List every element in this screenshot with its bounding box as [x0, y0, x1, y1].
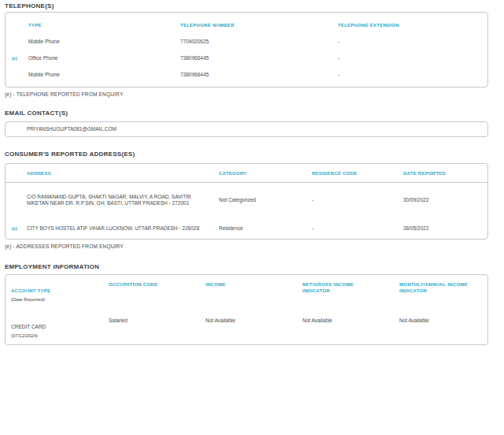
column-header-date-reported: DATE REPORTED: [403, 170, 487, 177]
table-row: C/O RAMANAND GUPTA, SHAKTI NAGAR, MALVIY…: [6, 183, 487, 217]
table-row: (e) CITY BOYS HOSTEL ATIF VIHAR LUCKNOW,…: [6, 217, 487, 239]
phone-type-cell: Mobile Phone: [28, 72, 180, 78]
telephones-section: TELEPHONE(S) TYPE TELEPHONE NUMBER TELEP…: [0, 0, 504, 97]
column-header-income: INCOME: [206, 281, 302, 288]
telephones-footnote: (e) - TELEPHONE REPORTED FROM ENQUIRY: [5, 91, 504, 97]
account-type-cell: CREDIT CARD: [11, 324, 46, 329]
occupation-code-cell: Salaried: [109, 318, 206, 324]
employment-table: ACCOUNT TYPE (Date Reported) OCCUPATION …: [5, 274, 488, 345]
table-row: CREDIT CARD (07/12/2024) Salaried Not Av…: [11, 318, 487, 340]
address-cell: CITY BOYS HOSTEL ATIF VIHAR LUCKNOW, UTT…: [27, 225, 219, 232]
phone-type-cell: Mobile Phone: [28, 39, 180, 45]
column-header-account-type: ACCOUNT TYPE: [11, 288, 50, 293]
column-header-occupation-code: OCCUPATION CODE: [109, 281, 206, 288]
column-header-address: ADDRESS: [27, 170, 219, 177]
column-header-type: TYPE: [28, 22, 180, 28]
income-cell: Not Available: [206, 318, 302, 324]
column-header-telephone-number: TELEPHONE NUMBER: [180, 22, 338, 28]
reported-addresses-section: CONSUMER'S REPORTED ADDRESS(ES) ADDRESS …: [0, 151, 504, 249]
addresses-section-title: CONSUMER'S REPORTED ADDRESS(ES): [5, 151, 504, 158]
email-section-title: EMAIL CONTACT(S): [5, 110, 504, 117]
phone-type-cell: Office Phone: [28, 55, 180, 61]
phone-number-cell: 7380966445: [180, 55, 338, 61]
phone-extension-cell: -: [338, 72, 487, 78]
telephones-table: TYPE TELEPHONE NUMBER TELEPHONE EXTENSIO…: [5, 12, 488, 87]
address-cell: C/O RAMANAND GUPTA, SHAKTI NAGAR, MALVIY…: [27, 194, 219, 206]
residence-code-cell: -: [312, 197, 403, 203]
date-reported-cell: 30/09/2022: [403, 197, 487, 203]
table-row: Mobile Phone 7380966445 -: [6, 66, 487, 83]
employment-section: EMPLOYMENT INFORMATION ACCOUNT TYPE (Dat…: [0, 263, 504, 345]
date-reported-cell: 28/05/2022: [403, 225, 487, 232]
employment-section-title: EMPLOYMENT INFORMATION: [5, 263, 504, 270]
telephones-header-row: TYPE TELEPHONE NUMBER TELEPHONE EXTENSIO…: [6, 17, 487, 33]
column-header-date-reported-note: (Date Reported): [11, 296, 109, 303]
account-type-cell-group: CREDIT CARD (07/12/2024): [11, 318, 109, 340]
column-header-account-type-group: ACCOUNT TYPE (Date Reported): [11, 281, 109, 303]
account-date-cell: (07/12/2024): [11, 333, 109, 340]
enquiry-marker: (e): [12, 225, 27, 232]
table-row: (e) Office Phone 7380966445 -: [6, 50, 487, 66]
consumer-credit-report-page: TELEPHONE(S) TYPE TELEPHONE NUMBER TELEP…: [0, 0, 504, 435]
employment-header-row: ACCOUNT TYPE (Date Reported) OCCUPATION …: [11, 281, 487, 303]
monthly-annual-indicator-cell: Not Available: [399, 318, 487, 324]
column-header-residence-code: RESIDENCE CODE: [312, 170, 403, 177]
phone-extension-cell: -: [338, 39, 487, 45]
addresses-header-row: ADDRESS CATEGORY RESIDENCE CODE DATE REP…: [6, 164, 487, 183]
enquiry-marker: (e): [12, 55, 28, 61]
email-list: PRIYANSHUGUPTA081@GMAIL.COM: [5, 121, 488, 137]
email-address: PRIYANSHUGUPTA081@GMAIL.COM: [27, 126, 117, 132]
category-cell: Residence: [219, 225, 312, 232]
column-header-telephone-extension: TELEPHONE EXTENSION: [338, 22, 487, 28]
column-header-net-gross-income-indicator: NET/GROSS INCOME INDICATOR: [302, 281, 399, 294]
addresses-footnote: (e) - ADDRESSES REPORTED FROM ENQUIRY: [5, 244, 504, 249]
residence-code-cell: -: [312, 225, 403, 232]
net-gross-indicator-cell: Not Available: [302, 318, 399, 324]
phone-number-cell: 7380966445: [180, 72, 338, 78]
telephones-section-title: TELEPHONE(S): [5, 2, 504, 9]
phone-number-cell: 7704020625: [180, 39, 338, 45]
table-row: Mobile Phone 7704020625 -: [6, 33, 487, 50]
email-contacts-section: EMAIL CONTACT(S) PRIYANSHUGUPTA081@GMAIL…: [0, 110, 504, 137]
column-header-category: CATEGORY: [219, 170, 312, 177]
phone-extension-cell: -: [338, 55, 487, 61]
addresses-table: ADDRESS CATEGORY RESIDENCE CODE DATE REP…: [5, 163, 488, 240]
column-header-monthly-annual-income-indicator: MONTHLY/ANNUAL INCOME INDICATOR: [399, 281, 487, 294]
category-cell: Not Categorized: [219, 197, 312, 203]
